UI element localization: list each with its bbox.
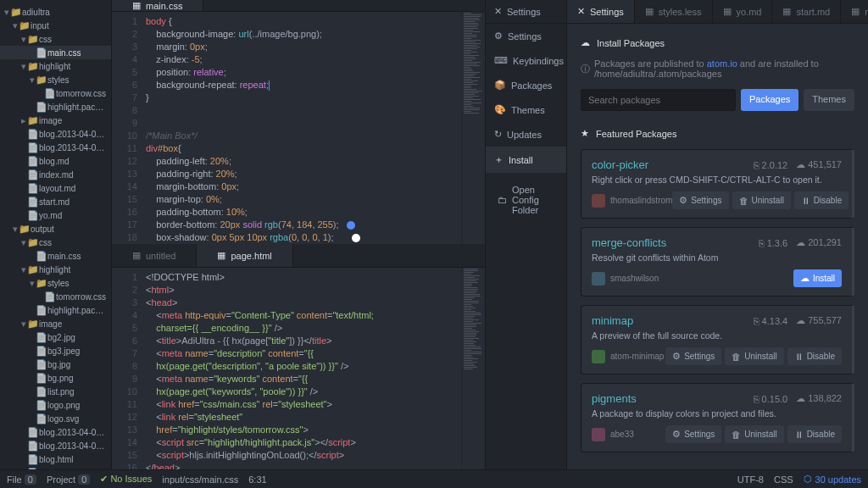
tree-item[interactable]: 📄logo.svg [0, 412, 111, 425]
tree-item[interactable]: ▾📁output [0, 222, 111, 236]
atom-io-link[interactable]: atom.io [707, 58, 737, 69]
settings-sidebar: ✕ Settings ⚙Settings⌨Keybindings📦Package… [485, 0, 567, 488]
status-path[interactable]: input/css/main.css [162, 474, 238, 485]
disable-button[interactable]: ⏸Disable [787, 347, 842, 365]
code-area[interactable]: body { background-image: url(../image/bg… [146, 12, 461, 244]
settings-nav-updates[interactable]: ↻Updates [486, 122, 566, 147]
status-encoding[interactable]: UTF-8 [737, 474, 764, 485]
avatar [592, 194, 605, 208]
tree-item[interactable]: 📄start.md [0, 195, 111, 208]
settings-title-label: Settings [507, 7, 541, 17]
tree-item[interactable]: 📄yo.md [0, 208, 111, 222]
tree-item[interactable]: 📄bg3.jpeg [0, 344, 111, 358]
settings-button[interactable]: ⚙Settings [672, 191, 728, 209]
uninstall-button[interactable]: 🗑Uninstall [725, 425, 783, 443]
settings-nav-settings[interactable]: ⚙Settings [486, 24, 566, 48]
tree-item[interactable]: 📄blog.html [0, 452, 111, 466]
status-language[interactable]: CSS [774, 474, 793, 485]
settings-icon: ⚙ [679, 195, 687, 206]
css-editor-pane[interactable]: 123456789101112131415161718 body { backg… [112, 12, 485, 244]
packages-segment-button[interactable]: Packages [741, 89, 798, 111]
tree-item[interactable]: 📄index.md [0, 168, 111, 181]
featured-heading-label: Featured Packages [596, 129, 676, 139]
status-updates[interactable]: ⬡ 30 updates [804, 474, 861, 485]
install-button[interactable]: ☁Install [793, 269, 842, 287]
tree-item[interactable]: 📄layout.md [0, 181, 111, 195]
status-cursor-pos[interactable]: 6:31 [248, 474, 266, 485]
tree-item[interactable]: ▾📁styles [0, 276, 111, 290]
tree-item[interactable]: 📄logo.png [0, 398, 111, 412]
editor-tab[interactable]: ▦main.css [112, 0, 203, 11]
tree-item[interactable]: 📄highlight.pack.js [0, 303, 111, 317]
editor-tab[interactable]: ✕Settings [567, 0, 635, 23]
tree-item[interactable]: ▾📁css [0, 236, 111, 249]
uninstall-button[interactable]: 🗑Uninstall [725, 347, 783, 365]
disable-button[interactable]: ⏸Disable [787, 425, 842, 443]
open-config-folder-button[interactable]: 🗀 Open Config Folder [491, 178, 561, 222]
tree-item[interactable]: 📄blog.2013-04-08.Lorem_I [0, 439, 111, 452]
editor-tab[interactable]: ▦untitled [112, 244, 197, 267]
status-file[interactable]: File 0 [7, 474, 36, 485]
settings-button[interactable]: ⚙Settings [665, 425, 721, 443]
themes-segment-button[interactable]: Themes [804, 89, 854, 111]
editor-tab[interactable]: ▦start.md [772, 0, 841, 23]
tree-item[interactable]: 📄bg2.jpg [0, 330, 111, 344]
status-issues[interactable]: ✔ No Issues [100, 474, 152, 485]
settings-nav-install[interactable]: ＋Install [486, 147, 566, 173]
tree-item[interactable]: ▾📁highlight [0, 59, 111, 73]
tree-item[interactable]: ▾📁css [0, 32, 111, 46]
package-title[interactable]: merge-conflicts [592, 236, 666, 249]
tree-item[interactable]: 📄bg.jpg [0, 358, 111, 371]
settings-nav-packages[interactable]: 📦Packages [486, 73, 566, 97]
tree-item[interactable]: 📄tomorrow.css [0, 290, 111, 303]
editor-tab[interactable]: ▦styles.less [635, 0, 713, 23]
tree-item[interactable]: ▸📁image [0, 114, 111, 127]
uninstall-button[interactable]: 🗑Uninstall [732, 191, 791, 209]
editor-tab[interactable]: ▦page.html [197, 244, 292, 267]
editor-tab[interactable]: ▦yo.md [713, 0, 773, 23]
tree-item[interactable]: 📄main.css [0, 46, 111, 59]
tree-item[interactable]: ▾📁image [0, 317, 111, 330]
package-author[interactable]: atom-minimap [592, 350, 664, 363]
settings-icon: ⚙ [672, 429, 681, 440]
settings-button[interactable]: ⚙Settings [665, 347, 721, 365]
tree-item[interactable]: 📄tomorrow.css [0, 86, 111, 100]
status-project[interactable]: Project 0 [47, 474, 90, 485]
package-author[interactable]: smashwilson [592, 272, 659, 286]
code-area[interactable]: <!DOCTYPE html><html><head> <meta http-e… [146, 268, 461, 488]
package-downloads: ☁ 451,517 [796, 159, 842, 170]
settings-title: ✕ Settings [486, 0, 566, 24]
file-tree[interactable]: ▾📁adiultra▾📁input▾📁css📄main.css▾📁highlig… [0, 0, 112, 488]
disable-icon: ⏸ [794, 352, 804, 362]
package-title[interactable]: color-picker [592, 158, 648, 171]
tree-item[interactable]: 📄blog.2013-04-08.Lorem_I [0, 141, 111, 154]
themes-icon: 🎨 [494, 104, 506, 115]
tree-item[interactable]: ▾📁adiultra [0, 5, 111, 19]
package-title[interactable]: minimap [592, 314, 633, 327]
package-author[interactable]: abe33 [592, 428, 634, 441]
uninstall-icon: 🗑 [732, 352, 741, 362]
minimap[interactable] [461, 268, 485, 488]
package-author[interactable]: thomaslindstrom [592, 194, 672, 208]
disable-button[interactable]: ⏸Disable [794, 191, 849, 209]
tree-item[interactable]: ▾📁highlight [0, 263, 111, 276]
tree-item[interactable]: 📄blog.2013-04-01.Holy_Gr [0, 127, 111, 141]
tree-item[interactable]: 📄list.png [0, 385, 111, 398]
tree-item[interactable]: 📄highlight.pack.js [0, 100, 111, 114]
package-title[interactable]: pigments [592, 392, 637, 405]
tree-item[interactable]: 📄bg.png [0, 371, 111, 385]
html-editor-pane[interactable]: 123456789101112131415161718 <!DOCTYPE ht… [112, 268, 485, 488]
tree-item[interactable]: 📄blog.2013-04-01.Holy_Gr [0, 425, 111, 439]
settings-nav-keybindings[interactable]: ⌨Keybindings [486, 48, 566, 73]
minimap[interactable] [461, 12, 485, 244]
package-downloads: ☁ 138,822 [796, 393, 842, 404]
editor-tab[interactable]: ▦main.css [841, 0, 868, 23]
tree-item[interactable]: ▾📁styles [0, 73, 111, 86]
star-icon: ★ [581, 128, 589, 139]
tree-item[interactable]: 📄blog.md [0, 154, 111, 168]
search-packages-input[interactable] [581, 89, 736, 111]
tree-item[interactable]: 📄main.css [0, 249, 111, 263]
tree-item[interactable]: ▾📁input [0, 19, 111, 32]
settings-nav-themes[interactable]: 🎨Themes [486, 97, 566, 122]
avatar [592, 428, 605, 441]
